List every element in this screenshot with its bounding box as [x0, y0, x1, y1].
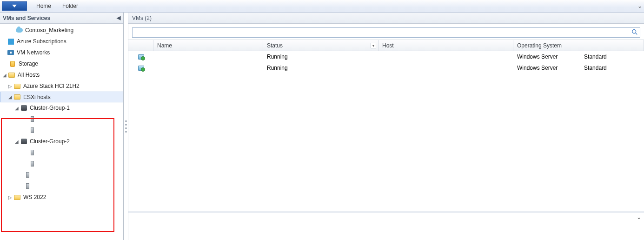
tree-label: ESXi hosts [21, 94, 51, 100]
tree-item-host[interactable] [0, 147, 123, 158]
folder-icon [13, 84, 21, 89]
cloud-icon [15, 28, 23, 33]
tree-item-vm-networks[interactable]: VM Networks [0, 47, 123, 58]
chevron-down-icon[interactable]: ◢ [14, 139, 20, 144]
chevron-right-icon[interactable]: ▷ [7, 84, 13, 89]
column-label: Name [157, 42, 172, 49]
tree-item-host[interactable] [0, 125, 123, 136]
tree-item-cluster-group-1[interactable]: ◢ Cluster-Group-1 [0, 102, 123, 113]
cell-os: Windows Server Standard [513, 53, 644, 60]
tree-item-host[interactable] [0, 113, 123, 125]
tree-item-esxi-hosts[interactable]: ◢ ESXi hosts [0, 92, 123, 102]
cell-status: Running [263, 53, 378, 60]
tree-item-host[interactable] [0, 158, 123, 169]
tab-folder[interactable]: Folder [57, 0, 84, 12]
network-icon [7, 50, 15, 55]
details-expand-icon[interactable]: ⌄ [637, 214, 641, 220]
table-row[interactable]: Running Windows Server Standard [128, 51, 644, 62]
table-row[interactable]: Running Windows Server Standard [128, 62, 644, 73]
column-label: Host [382, 42, 394, 49]
host-icon [28, 150, 36, 155]
tree-item-storage[interactable]: Storage [0, 58, 123, 69]
tab-home[interactable]: Home [31, 0, 57, 12]
host-icon [28, 116, 36, 122]
sidebar: VMs and Services ◀ Contoso_Marketing Azu… [0, 13, 124, 240]
os-name: Windows Server [517, 53, 558, 60]
cell-status: Running [263, 65, 378, 71]
cell-os: Windows Server Standard [513, 65, 644, 71]
tree-item-ws-2022[interactable]: ▷ WS 2022 [0, 192, 123, 203]
ribbon-expand-icon[interactable]: ⌄ [636, 3, 644, 9]
tree-label: Cluster-Group-1 [28, 105, 70, 111]
tree-item-all-hosts[interactable]: ◢ All Hosts [0, 69, 123, 80]
chevron-down-icon[interactable]: ◢ [14, 106, 20, 111]
app-menu-button[interactable] [2, 1, 27, 11]
tree-label: WS 2022 [21, 194, 46, 200]
tree-label: Azure Subscriptions [15, 38, 66, 45]
sidebar-title: VMs and Services [3, 15, 50, 21]
filter-dropdown-icon[interactable]: ▾ [371, 43, 376, 48]
main-header: VMs (2) [128, 13, 644, 24]
search-icon [631, 29, 638, 37]
tree-item-azure-subscriptions[interactable]: Azure Subscriptions [0, 36, 123, 47]
tree-label: Azure Stack HCI 21H2 [21, 83, 80, 89]
sidebar-collapse-icon[interactable]: ◀ [117, 15, 120, 21]
tree-label: Contoso_Marketing [23, 27, 73, 33]
folder-icon [13, 94, 21, 100]
host-icon [23, 183, 32, 189]
splitter[interactable] [124, 13, 128, 240]
svg-point-0 [632, 30, 636, 33]
column-label: Status [267, 42, 283, 49]
column-os[interactable]: Operating System [513, 40, 644, 51]
tree-label: Cluster-Group-2 [28, 138, 70, 145]
grid-header: Name Status ▲ ▾ Host Operating System [128, 40, 644, 51]
ribbon: Home Folder ⌄ [0, 0, 644, 13]
tree-item-marketing[interactable]: Contoso_Marketing [0, 25, 123, 36]
tree-item-cluster-group-2[interactable]: ◢ Cluster-Group-2 [0, 136, 123, 147]
nav-tree: Contoso_Marketing Azure Subscriptions VM… [0, 24, 123, 240]
tree-item-host[interactable] [0, 180, 123, 192]
chevron-right-icon[interactable]: ▷ [7, 195, 13, 200]
storage-icon [8, 61, 17, 67]
tree-label: Storage [17, 60, 38, 67]
azure-icon [7, 39, 15, 45]
tree-item-azure-stack[interactable]: ▷ Azure Stack HCI 21H2 [0, 80, 123, 92]
chevron-down-icon[interactable]: ◢ [7, 94, 13, 100]
os-edition: Standard [584, 53, 607, 60]
tree-item-host[interactable] [0, 169, 123, 180]
host-icon [28, 127, 36, 133]
main-title: VMs (2) [132, 15, 152, 21]
column-host[interactable]: Host [378, 40, 513, 51]
search-input[interactable] [132, 27, 640, 38]
column-name[interactable]: Name [153, 40, 263, 51]
host-icon [23, 172, 32, 178]
main-pane: VMs (2) Name Status ▲ ▾ Host Operating S… [128, 13, 644, 240]
os-name: Windows Server [517, 65, 558, 71]
host-icon [28, 161, 36, 167]
os-edition: Standard [584, 65, 607, 71]
vm-grid: Name Status ▲ ▾ Host Operating System Ru… [128, 40, 644, 211]
column-status[interactable]: Status ▲ ▾ [263, 40, 378, 51]
vm-running-icon [138, 54, 144, 60]
folder-icon [7, 73, 16, 78]
vm-running-icon [138, 66, 144, 71]
tree-label: VM Networks [15, 49, 50, 56]
column-label: Operating System [517, 42, 562, 49]
sidebar-header: VMs and Services ◀ [0, 13, 123, 24]
cluster-icon [20, 139, 28, 144]
svg-line-1 [636, 33, 637, 35]
cluster-icon [20, 105, 28, 111]
tree-label: All Hosts [16, 72, 40, 78]
folder-icon [13, 195, 21, 200]
column-icon[interactable] [128, 40, 153, 51]
chevron-down-icon[interactable]: ◢ [2, 73, 7, 78]
details-pane: ⌄ [128, 211, 644, 240]
